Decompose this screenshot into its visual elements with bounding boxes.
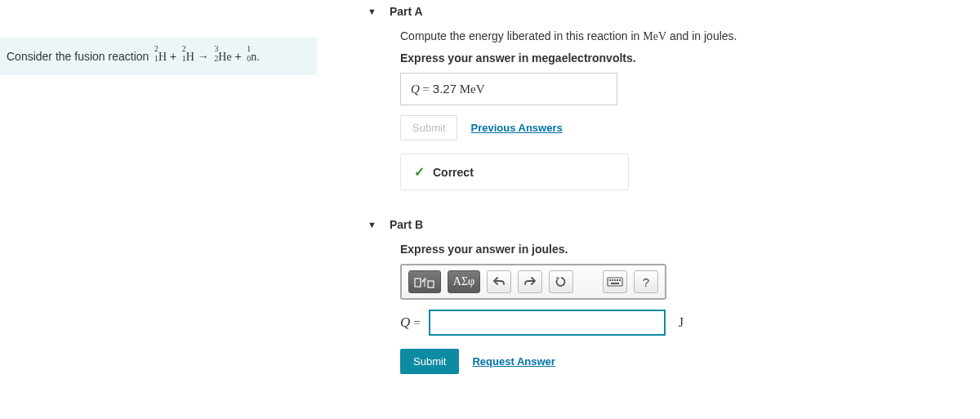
help-button[interactable]: ? bbox=[634, 270, 658, 293]
previous-answers-link[interactable]: Previous Answers bbox=[470, 122, 562, 134]
part-b-instruction: Express your answer in joules. bbox=[400, 243, 956, 256]
answer-variable: Q bbox=[400, 314, 410, 331]
templates-button[interactable]: x bbox=[408, 270, 441, 293]
svg-rect-5 bbox=[612, 279, 613, 281]
svg-rect-8 bbox=[619, 279, 621, 281]
svg-rect-3 bbox=[608, 278, 622, 286]
answer-input-widget: x ΑΣφ ? bbox=[400, 264, 666, 300]
reset-button[interactable] bbox=[549, 270, 573, 293]
caret-down-icon: ▼ bbox=[368, 220, 376, 230]
answer-input[interactable] bbox=[429, 310, 666, 336]
prompt-intro: Consider the fusion reaction bbox=[7, 50, 152, 63]
svg-rect-6 bbox=[614, 279, 616, 281]
keyboard-button[interactable] bbox=[603, 270, 627, 293]
part-a-header[interactable]: ▼ Part A bbox=[368, 0, 956, 29]
correct-feedback: ✓ Correct bbox=[400, 154, 629, 190]
answer-variable: Q bbox=[411, 82, 420, 96]
undo-button[interactable] bbox=[487, 270, 511, 293]
redo-button[interactable] bbox=[518, 270, 542, 293]
part-a-instruction: Express your answer in megaelectronvolts… bbox=[400, 51, 956, 65]
submit-button[interactable]: Submit bbox=[400, 349, 459, 374]
submit-button: Submit bbox=[400, 115, 457, 140]
svg-rect-7 bbox=[617, 279, 618, 281]
part-a-title: Part A bbox=[390, 5, 423, 18]
part-a-question: Compute the energy liberated in this rea… bbox=[400, 29, 956, 43]
svg-rect-9 bbox=[611, 283, 619, 284]
svg-rect-0 bbox=[415, 279, 421, 287]
request-answer-link[interactable]: Request Answer bbox=[472, 355, 555, 368]
caret-down-icon: ▼ bbox=[368, 7, 376, 16]
svg-rect-2 bbox=[428, 281, 434, 288]
correct-label: Correct bbox=[433, 166, 474, 179]
part-a-answer-box: Q = 3.27 MeV bbox=[400, 73, 617, 105]
part-b-title: Part B bbox=[390, 218, 423, 231]
check-icon: ✓ bbox=[414, 164, 425, 180]
question-prompt: Consider the fusion reaction 21H + 21H →… bbox=[0, 38, 317, 75]
symbols-button[interactable]: ΑΣφ bbox=[448, 270, 480, 293]
part-b-header[interactable]: ▼ Part B bbox=[368, 213, 956, 243]
unit-label: J bbox=[679, 315, 684, 330]
svg-rect-4 bbox=[609, 279, 611, 281]
